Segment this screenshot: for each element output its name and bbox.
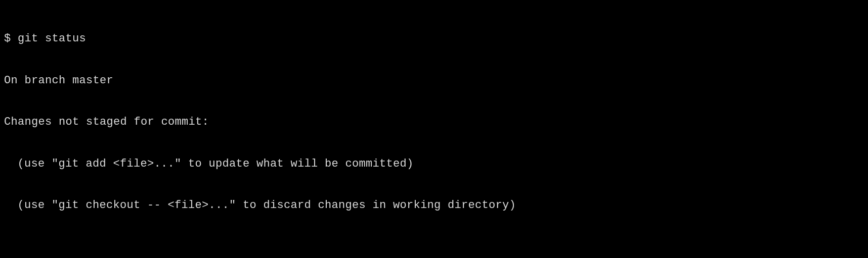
terminal-output[interactable]: $ git status On branch master Changes no… (4, 4, 864, 258)
command-prompt-line: $ git status (4, 32, 864, 46)
blank-line (4, 240, 864, 254)
prompt-symbol: $ (4, 32, 18, 45)
hint-add: (use "git add <file>..." to update what … (4, 157, 864, 171)
hint-checkout: (use "git checkout -- <file>..." to disc… (4, 198, 864, 213)
command-text: git status (18, 32, 86, 45)
changes-header: Changes not staged for commit: (4, 115, 864, 129)
branch-info: On branch master (4, 74, 864, 88)
